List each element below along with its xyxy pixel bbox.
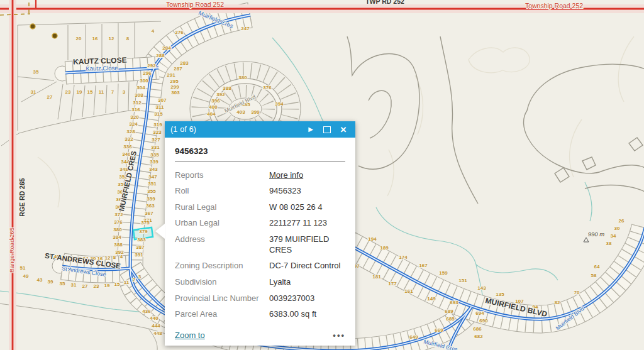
parcel-number: 38 xyxy=(606,241,612,246)
field-value: 2211277 11 123 xyxy=(269,218,345,229)
field-label: Address xyxy=(175,234,269,255)
parcel-number: 35 xyxy=(33,69,39,75)
parcel-number: 174 xyxy=(399,254,408,260)
parcel-number: 3 xyxy=(138,274,142,280)
parcel-number: 690 xyxy=(479,318,488,324)
popup-row: Provincial Linc Number0039237003 xyxy=(175,290,345,307)
field-value: 6383.00 sq ft xyxy=(269,309,345,320)
parcel-number: 304 xyxy=(136,85,145,90)
popup-footer: Zoom to ••• xyxy=(175,331,345,340)
parcel-number: 396 xyxy=(211,98,220,104)
parcel-number: 39 xyxy=(48,279,53,285)
field-label: Roll xyxy=(175,186,269,197)
parcel-number: 189 xyxy=(380,245,389,251)
dock-button[interactable] xyxy=(321,123,333,136)
street-label: 990 m xyxy=(588,231,604,238)
parcel-number: 194 xyxy=(368,236,377,242)
field-label: Rural Legal xyxy=(175,202,269,213)
field-value: 0039237003 xyxy=(269,293,345,304)
field-label: Urban Legal xyxy=(175,218,269,229)
parcel-number: 7 xyxy=(111,89,114,95)
parcel-number: 315 xyxy=(154,111,163,117)
parcel-number: 4 xyxy=(152,28,155,34)
parcel-number: 27 xyxy=(47,94,53,100)
parcel-number: 316 xyxy=(131,107,140,112)
parcel-number: 363 xyxy=(146,203,155,209)
parcel-number: 685 xyxy=(446,316,455,322)
popup-pointer xyxy=(155,224,165,239)
parcel-number: 682 xyxy=(474,334,483,339)
popup-row: Address379 MUIRFIELD CRES xyxy=(175,232,345,258)
parcel-number: 649 xyxy=(409,334,418,340)
parcel-number: 159 xyxy=(439,270,448,276)
close-icon: ✕ xyxy=(340,126,347,134)
parcel-number: 388 xyxy=(114,242,123,248)
parcel-number: 448 xyxy=(153,331,162,336)
parcel-number: 327 xyxy=(152,137,160,143)
popup-row: SubdivisionLyalta xyxy=(175,274,345,290)
parcel-number: 399 xyxy=(251,109,260,115)
parcel-number: 300 xyxy=(140,78,148,84)
parcel-number: 394 xyxy=(275,101,284,107)
parcel-number: 19 xyxy=(77,89,82,95)
field-value: 9456323 xyxy=(269,186,345,197)
parcel-number: 247 xyxy=(241,26,250,31)
parcel-number: 331 xyxy=(151,145,160,150)
parcel-number: 311 xyxy=(156,104,164,110)
parcel-number: 19 xyxy=(104,283,110,288)
parcel-number: 26 xyxy=(619,218,625,224)
popup-row: Parcel Area6383.00 sq ft xyxy=(175,307,345,323)
parcel-number: 31 xyxy=(31,89,36,95)
street-label: Range Road 265 xyxy=(8,227,15,273)
popup-body: 9456323 ReportsMore infoRoll9456323Rural… xyxy=(165,138,355,322)
field-label: Parcel Area xyxy=(175,309,269,320)
parcel-number: 295 xyxy=(170,79,179,84)
parcel-number: 16 xyxy=(92,36,98,41)
parcel-number: 351 xyxy=(148,181,157,187)
parcel-number: 403 xyxy=(236,109,245,115)
street-label: RGE RD 265 xyxy=(18,178,26,216)
parcel-number: 307 xyxy=(158,97,167,103)
parcel-number: 8 xyxy=(113,254,116,260)
parcel-number: 135 xyxy=(496,292,504,297)
next-feature-button[interactable]: ▶ xyxy=(304,123,317,136)
parcel-number: 669 xyxy=(435,327,443,333)
popup-rows: ReportsMore infoRoll9456323Rural LegalW … xyxy=(175,167,345,322)
parcel-number: 20 xyxy=(76,36,82,41)
field-value: 379 MUIRFIELD CRES xyxy=(269,234,345,255)
parcel-number: 376 xyxy=(263,85,272,90)
parcel-number: 161 xyxy=(404,288,413,294)
popup-row: Urban Legal2211277 11 123 xyxy=(175,216,345,232)
parcel-number: 12 xyxy=(109,36,114,41)
parcel-number: 400 xyxy=(209,104,218,110)
parcel-number: 392 xyxy=(216,92,225,97)
field-value: Lyalta xyxy=(269,277,345,288)
parcel-number: 440 xyxy=(150,315,158,321)
field-value: W 08 025 26 4 xyxy=(269,202,345,213)
popup-row: ReportsMore info xyxy=(175,167,345,183)
parcel-number: 51 xyxy=(20,265,26,271)
parcel-number: 343 xyxy=(149,167,158,172)
close-button[interactable]: ✕ xyxy=(337,123,350,136)
parcel-number: 328 xyxy=(126,129,135,134)
parcel-number: 308 xyxy=(135,92,143,98)
parcel-number: 383 xyxy=(137,237,146,243)
parcel-number: 287 xyxy=(174,66,182,72)
parcel-number: 312 xyxy=(133,100,142,106)
zoom-to-link[interactable]: Zoom to xyxy=(175,331,205,340)
popup-row: Roll9456323 xyxy=(175,183,345,200)
field-value[interactable]: More info xyxy=(269,170,345,181)
parcel-number: 15 xyxy=(114,282,120,287)
parcel-number: 64 xyxy=(594,264,600,270)
parcel-number: 335 xyxy=(150,152,159,158)
parcel-number: 296 xyxy=(143,70,152,76)
play-icon: ▶ xyxy=(308,126,313,133)
parcel-number: 49 xyxy=(23,273,29,279)
field-label: Provincial Linc Number xyxy=(175,293,269,304)
parcel-number: 332 xyxy=(125,136,133,142)
parcel-number: 58 xyxy=(591,273,597,278)
parcel-number: 31 xyxy=(71,282,77,288)
parcel-number: 323 xyxy=(153,129,162,135)
more-options-button[interactable]: ••• xyxy=(333,331,345,340)
parcel-number: 336 xyxy=(123,144,132,150)
